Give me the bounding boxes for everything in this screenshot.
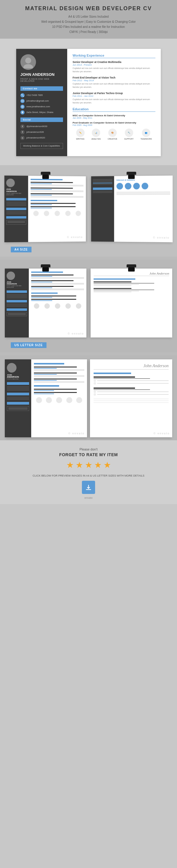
a4-page-1: JOHN ANDERSON FRONT & BACK END WEB DEVEL… xyxy=(5,176,86,242)
star-3: ★ xyxy=(85,460,92,470)
a4-page-2: Interest & Hobbies © en xyxy=(91,176,172,242)
large-preview-section: JOHN ANDERSON FRONT & BACK END xyxy=(0,355,177,440)
job-3-date: Feb 2011 - Jan 2012 xyxy=(72,95,155,97)
click-below-text: CLICK BELOW FOR PREVIEW IMAGES IN A4 & U… xyxy=(6,474,171,477)
binder-clip-4 xyxy=(127,265,136,272)
a4-page-2-content: Interest & Hobbies © en xyxy=(91,176,173,243)
skills-row: ✏️ WRITING 📊 ANALYSIS 🎨 CREATIVE 🔧 SUPPO… xyxy=(72,129,155,140)
facebook-text: johnanderson928 xyxy=(26,131,44,133)
job-1-date: Jun 2014 - Present xyxy=(72,64,155,66)
job-3: Junior Developer at Partex Techno Group … xyxy=(72,92,155,104)
job-2-desc: Cuptaturi act ma cum sende sum aut offic… xyxy=(72,83,155,89)
skill-creative: 🎨 CREATIVE xyxy=(108,129,117,140)
skill-analysis: 📊 ANALYSIS xyxy=(91,129,101,140)
website-text: www.jonathandevs.com xyxy=(26,105,50,108)
contact-phone: +512 5436 7895 xyxy=(21,93,63,97)
cv-job-title: FRONT & BACK END WEB DEVELOPER xyxy=(21,78,63,82)
large-page-left: JOHN ANDERSON FRONT & BACK END xyxy=(5,360,87,437)
us-size-label-container: US LETTER SIZE xyxy=(5,340,172,350)
skill-teamwork: 👥 TEAMWORK xyxy=(140,129,152,140)
skill-writing-label: WRITING xyxy=(76,138,84,140)
location-icon xyxy=(21,110,25,115)
a4-preview-section: JOHN ANDERSON FRONT & BACK END WEB DEVEL… xyxy=(0,165,177,504)
star-5: ★ xyxy=(104,460,111,470)
header-sub3: 10 PSD Files Included and a readme file … xyxy=(3,24,174,29)
forget-rate-text: FORGET TO RATE MY ITEM xyxy=(6,452,171,457)
website-icon xyxy=(21,104,25,109)
job-2-title: Front End Developer at Vision Tech xyxy=(72,76,155,79)
header-title: MATERIAL DESIGN WEB DEVELOPER CV xyxy=(3,5,174,12)
us-size-label: US LETTER SIZE xyxy=(11,342,47,348)
us-page-1: JOHN ANDERSON FRONT & BACK END WEB DEVEL… xyxy=(5,269,86,338)
job-3-desc: Cuptaturi act ma cum sende sum aut offic… xyxy=(72,98,155,104)
cv-name: JOHN ANDERSON xyxy=(21,72,63,77)
edu-1-title: MSC on Computer Science At Saint Univers… xyxy=(72,114,155,117)
us-preview-section: JOHN ANDERSON FRONT & BACK END WEB DEVEL… xyxy=(0,259,177,352)
edu-1-date: Jan 2009 - May 2011 xyxy=(72,117,155,119)
star-2: ★ xyxy=(76,460,83,470)
job-1: Senior Developer at Creative Multimedia … xyxy=(72,61,155,73)
skills-section-left: Working Balance & Core Capabilities xyxy=(21,143,63,149)
a4-page-1-content: JOHN ANDERSON FRONT & BACK END WEB DEVEL… xyxy=(4,176,86,243)
avatar xyxy=(21,54,36,70)
edu-2-title: Post Graduate on Computer Science At Sai… xyxy=(72,121,155,124)
star-rating: ★ ★ ★ ★ ★ xyxy=(6,460,171,470)
a4-size-label-container: A4 SIZE xyxy=(5,245,172,254)
support-icon: 🔧 xyxy=(125,129,133,137)
phone-icon xyxy=(21,93,25,97)
a4-size-label: A4 SIZE xyxy=(11,247,31,252)
download-button[interactable] xyxy=(82,481,95,494)
job-2: Front End Developer at Vision Tech Feb 2… xyxy=(72,76,155,89)
twitter-text: @johnanderson9030 xyxy=(26,125,48,128)
cv-preview-card: JOHN ANDERSON FRONT & BACK END WEB DEVEL… xyxy=(16,49,161,156)
us-page-1-content: JOHN ANDERSON FRONT & BACK END WEB DEVEL… xyxy=(5,269,86,338)
twitter-icon: t xyxy=(21,124,25,129)
header: MATERIAL DESIGN WEB DEVELOPER CV A4 & US… xyxy=(0,0,177,39)
skill-analysis-label: ANALYSIS xyxy=(91,138,101,140)
separator-1 xyxy=(0,256,177,259)
creative-icon: 🎨 xyxy=(108,129,117,137)
facebook-icon: f xyxy=(21,130,25,134)
skill-writing: ✏️ WRITING xyxy=(76,129,84,140)
us-page-2-content: John Anderson xyxy=(91,269,172,338)
writing-icon: ✏️ xyxy=(76,129,85,137)
job-1-desc: Cuptaturi act ma cum sende sum aut offic… xyxy=(72,67,155,73)
svg-rect-2 xyxy=(22,100,23,102)
envato-watermark-3: © envato xyxy=(68,332,84,335)
social-twitter: t @johnanderson9030 xyxy=(21,124,63,129)
svg-point-1 xyxy=(23,64,33,68)
contact-label: Contact me xyxy=(21,86,63,91)
binder-clip-3 xyxy=(41,265,50,272)
job-2-date: Feb 2012 - May 2014 xyxy=(72,79,155,82)
binder-clip-2 xyxy=(127,172,136,179)
contact-email: johnathon@gmail.com xyxy=(21,99,63,103)
social-label: Social xyxy=(21,118,63,122)
large-page-right: John Anderson xyxy=(90,360,172,437)
signature: John Anderson xyxy=(94,272,169,275)
header-sub4: CMYK | Print Ready | 300dpi xyxy=(3,29,174,34)
svg-point-0 xyxy=(25,58,31,64)
cv-sidebar: JOHN ANDERSON FRONT & BACK END WEB DEVEL… xyxy=(16,49,67,156)
social-facebook: f johnanderson928 xyxy=(21,130,63,134)
contact-address: 2a2a Street, Mirpur, Dhaka xyxy=(21,110,63,115)
linkedin-icon: in xyxy=(21,136,25,140)
job-1-title: Senior Developer at Creative Multimedia xyxy=(72,61,155,64)
email-icon xyxy=(21,99,25,103)
analysis-icon: 📊 xyxy=(92,129,100,137)
edu-1: MSC on Computer Science At Saint Univers… xyxy=(72,114,155,119)
envato-watermark-4: © envato xyxy=(68,432,85,435)
please-dont-text: Please don't xyxy=(6,447,171,451)
large-pages-row: JOHN ANDERSON FRONT & BACK END xyxy=(5,360,172,437)
separator-2 xyxy=(0,352,177,355)
star-1: ★ xyxy=(66,460,74,470)
envato-bottom-text: envato xyxy=(6,496,171,499)
bottom-cta: Please don't FORGET TO RATE MY ITEM ★ ★ … xyxy=(0,440,177,504)
email-text: johnathon@gmail.com xyxy=(26,99,49,102)
edu-2: Post Graduate on Computer Science At Sai… xyxy=(72,121,155,126)
star-4: ★ xyxy=(94,460,102,470)
envato-watermark-1: © envato xyxy=(67,236,83,239)
skill-support: 🔧 SUPPORT xyxy=(124,129,134,140)
header-sub2: Well organised & Grouped layer | Easy to… xyxy=(3,19,174,24)
envato-watermark-2: © envato xyxy=(153,236,170,240)
a4-pages-container: JOHN ANDERSON FRONT & BACK END WEB DEVEL… xyxy=(0,167,177,256)
